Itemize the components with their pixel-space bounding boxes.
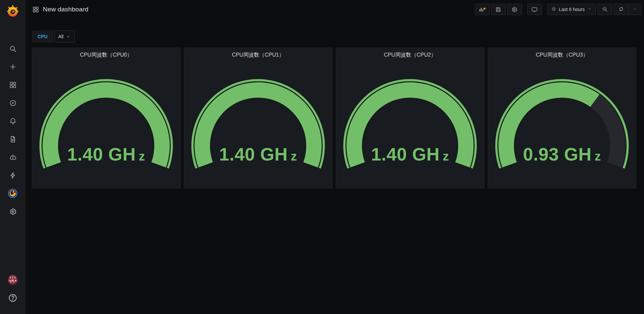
toolbar: Last 6 hours <box>474 4 641 15</box>
zoom-out-icon <box>602 6 608 13</box>
main-area: New dashboard Last 6 hours <box>25 0 644 314</box>
file-icon <box>9 135 17 143</box>
sidebar-item-lightning[interactable] <box>0 166 25 184</box>
page-title: New dashboard <box>43 6 89 13</box>
gauge-value: 1.40 GHz <box>67 144 145 164</box>
bell-icon <box>9 117 17 125</box>
plus-icon <box>9 63 17 71</box>
panel-title[interactable]: CPU周波数（CPU3） <box>488 48 636 60</box>
sidebar-item-globe-plugin[interactable] <box>0 184 25 202</box>
compass-icon <box>9 99 17 107</box>
sidebar-item-help[interactable] <box>0 289 25 307</box>
gear-icon <box>511 6 518 13</box>
panel-title[interactable]: CPU周波数（CPU1） <box>184 48 332 60</box>
zoom-out-button[interactable] <box>597 4 612 15</box>
toolbar-buttons <box>474 4 542 15</box>
help-icon <box>8 293 18 303</box>
cycle-view-button[interactable] <box>527 4 542 15</box>
dashboard-settings-button[interactable] <box>507 4 522 15</box>
sidebar-item-search[interactable] <box>0 40 25 58</box>
gauge-panel: CPU周波数（CPU2）1.40 GHz <box>336 48 484 188</box>
apps-icon <box>32 6 39 13</box>
grafana-flame-icon <box>5 4 20 18</box>
clock-icon <box>551 7 556 12</box>
chevron-down-icon <box>587 7 592 12</box>
chevron-down-icon <box>633 7 637 12</box>
grafana-logo[interactable] <box>0 0 25 22</box>
globe-icon <box>8 188 18 198</box>
gauge-panel: CPU周波数（CPU0）1.40 GHz <box>32 48 180 188</box>
sidebar-item-dashboards[interactable] <box>0 76 25 94</box>
panel-title[interactable]: CPU周波数（CPU2） <box>336 48 484 60</box>
time-range-picker[interactable]: Last 6 hours <box>547 4 596 15</box>
gauge-chart: 1.40 GHz <box>336 60 484 187</box>
refresh-split-button <box>613 4 641 15</box>
gauge-chart: 0.93 GHz <box>488 60 636 187</box>
gauge-chart: 1.40 GHz <box>32 60 180 187</box>
refresh-button[interactable] <box>614 4 628 15</box>
refresh-icon <box>618 6 624 13</box>
apps-icon <box>9 81 17 89</box>
bolt-icon <box>9 172 17 179</box>
add-panel-button[interactable] <box>475 4 490 15</box>
sidebar-item-cloud-alert[interactable] <box>0 148 25 166</box>
dashboard-grid: CPU周波数（CPU0）1.40 GHzCPU周波数（CPU1）1.40 GHz… <box>32 48 644 188</box>
gauge-panel: CPU周波数（CPU3）0.93 GHz <box>488 48 636 188</box>
variable-label: CPU <box>32 30 53 43</box>
variable-value-dropdown[interactable]: All <box>54 30 75 43</box>
sidebar-bottom <box>0 271 25 307</box>
save-dashboard-button[interactable] <box>491 4 506 15</box>
grafana-app: New dashboard Last 6 hours <box>0 0 644 314</box>
sidebar-item-explore[interactable] <box>0 94 25 112</box>
variable-value: All <box>58 34 64 39</box>
gauge-value: 1.40 GHz <box>219 144 297 164</box>
tv-icon <box>531 6 538 13</box>
gear-icon <box>9 208 17 215</box>
sidebar-item-user-avatar[interactable] <box>0 271 25 289</box>
template-variables-row: CPU All <box>32 30 644 43</box>
gauge-value: 1.40 GHz <box>371 144 449 164</box>
sidebar-item-create[interactable] <box>0 58 25 76</box>
panel-title[interactable]: CPU周波数（CPU0） <box>32 48 180 60</box>
avatar-icon <box>8 275 18 285</box>
search-icon <box>9 45 17 53</box>
sidebar-item-settings[interactable] <box>0 202 25 221</box>
gauge-chart: 1.40 GHz <box>184 60 332 187</box>
chevron-down-icon <box>66 35 70 39</box>
sidebar-item-alerting[interactable] <box>0 112 25 130</box>
sidebar-item-document[interactable] <box>0 130 25 148</box>
dashboard-title-group[interactable]: New dashboard <box>32 6 89 13</box>
sidebar-nav <box>0 40 25 221</box>
panel-add-icon <box>478 6 486 13</box>
gauge-panel: CPU周波数（CPU1）1.40 GHz <box>184 48 332 188</box>
cloud-alert-icon <box>9 153 17 161</box>
dashboard-header: New dashboard Last 6 hours <box>25 0 644 19</box>
time-range-label: Last 6 hours <box>559 7 585 12</box>
sidebar <box>0 0 25 314</box>
refresh-interval-dropdown[interactable] <box>628 4 641 15</box>
save-icon <box>495 6 501 13</box>
gauge-value: 0.93 GHz <box>523 144 601 164</box>
